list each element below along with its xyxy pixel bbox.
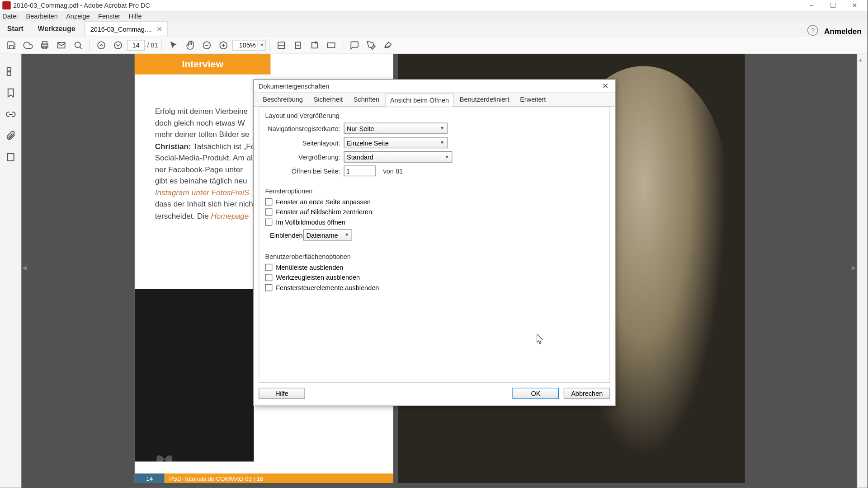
document-tab-close-icon[interactable]: ✕ (156, 25, 162, 33)
help-icon[interactable]: ? (807, 25, 818, 36)
page-up-icon[interactable] (94, 37, 109, 52)
svg-rect-17 (328, 42, 335, 47)
close-button[interactable]: ✕ (844, 0, 865, 11)
document-tab-label: 2016-03_Commag.... (90, 25, 152, 33)
magnification-combo[interactable]: Standard▼ (344, 151, 452, 163)
center-window-checkbox[interactable] (265, 208, 273, 216)
menu-fenster[interactable]: Fenster (98, 12, 120, 19)
page-number-input[interactable] (127, 40, 145, 51)
document-properties-dialog: Dokumenteigenschaften ✕ Beschreibung Sic… (253, 79, 615, 406)
hand-icon[interactable] (183, 37, 198, 52)
mail-icon[interactable] (54, 37, 69, 52)
tab-start[interactable]: Start (0, 21, 31, 36)
resize-window-checkbox[interactable] (265, 198, 273, 206)
print-icon[interactable] (37, 37, 52, 52)
zoom-out-icon[interactable] (199, 37, 215, 52)
open-to-page-input[interactable] (344, 165, 376, 176)
fullscreen-checkbox[interactable] (265, 219, 273, 226)
chevron-down-icon: ▼ (444, 154, 449, 160)
hide-window-controls-label: Fenstersteuerelemente ausblenden (276, 284, 379, 291)
menu-bearbeiten[interactable]: Bearbeiten (26, 12, 58, 19)
group-ui-label: Benutzeroberflächenoptionen (265, 253, 604, 260)
resize-window-label: Fenster an erste Seite anpassen (276, 198, 371, 206)
scrollbar[interactable]: ▲ (857, 54, 868, 488)
view-mode-icon[interactable] (324, 37, 339, 52)
tab-ansicht-beim-oeffnen[interactable]: Ansicht beim Öffnen (385, 94, 454, 107)
tab-benutzerdefiniert[interactable]: Benutzerdefiniert (454, 93, 514, 106)
bookmark-icon[interactable] (5, 88, 16, 99)
dialog-title: Dokumenteigenschaften (259, 83, 601, 90)
cloud-icon[interactable] (20, 37, 36, 52)
svg-rect-20 (7, 154, 14, 161)
zoom-in-icon[interactable] (216, 37, 231, 52)
document-tab[interactable]: 2016-03_Commag.... ✕ (85, 21, 168, 36)
tabbar: Start Werkzeuge 2016-03_Commag.... ✕ ? A… (0, 21, 868, 36)
hide-toolbars-checkbox[interactable] (265, 274, 273, 281)
center-window-label: Fenster auf Bildschirm zentrieren (276, 208, 372, 216)
comment-icon[interactable] (347, 37, 363, 52)
zoom-dropdown-icon[interactable]: ▼ (259, 40, 266, 51)
maximize-button[interactable]: ☐ (822, 0, 844, 11)
signin-link[interactable]: Anmelden (824, 27, 862, 36)
open-to-page-label: Öffnen bei Seite: (265, 167, 340, 174)
dialog-close-icon[interactable]: ✕ (601, 81, 610, 91)
group-layout-label: Layout und Vergrößerung (265, 112, 604, 119)
menu-anzeige[interactable]: Anzeige (66, 12, 90, 19)
titlebar-text: 2016-03_Commag.pdf - Adobe Acrobat Pro D… (13, 2, 150, 9)
open-to-page-of: von 81 (383, 167, 403, 174)
zoom-input[interactable] (232, 40, 257, 51)
search-icon[interactable] (71, 37, 86, 52)
tab-schriften[interactable]: Schriften (348, 93, 385, 106)
butterfly-icon (152, 447, 176, 465)
page-layout-label: Seitenlayout: (265, 139, 340, 146)
thumbnails-icon[interactable] (5, 66, 16, 77)
ok-button[interactable]: OK (512, 388, 559, 399)
rotate-icon[interactable] (307, 37, 322, 52)
page-footer-text: PSD-Tutorials.de COMMAG 03 | 16 (165, 474, 393, 483)
fit-page-icon[interactable] (290, 37, 306, 52)
scroll-up-icon[interactable]: ▲ (858, 56, 863, 62)
tab-sicherheit[interactable]: Sicherheit (308, 93, 348, 106)
link-icon[interactable] (5, 109, 16, 120)
fullscreen-label: Im Vollbildmodus öffnen (276, 219, 345, 226)
mouse-cursor-icon (537, 334, 544, 345)
fit-width-icon[interactable] (274, 37, 289, 52)
layers-icon[interactable] (5, 152, 16, 163)
page-layout-combo[interactable]: Einzelne Seite▼ (344, 137, 447, 148)
hide-menubar-label: Menüleiste ausblenden (276, 264, 343, 271)
chevron-down-icon: ▼ (440, 140, 444, 145)
svg-point-7 (114, 42, 122, 49)
menubar: Datei Bearbeiten Anzeige Fenster Hilfe (0, 11, 868, 21)
svg-rect-16 (312, 42, 317, 47)
cancel-button[interactable]: Abbrechen (564, 388, 610, 399)
hide-window-controls-checkbox[interactable] (265, 284, 273, 291)
minimize-button[interactable]: − (801, 0, 822, 11)
page-total-label: / 81 (147, 42, 158, 49)
tab-erweitert[interactable]: Erweitert (514, 93, 551, 106)
show-label: Einblenden: (270, 231, 303, 239)
page-down-icon[interactable] (110, 37, 126, 52)
sign-icon[interactable] (380, 37, 396, 52)
magnification-label: Vergrößerung: (265, 153, 340, 160)
hide-menubar-checkbox[interactable] (265, 264, 273, 271)
highlight-icon[interactable] (363, 37, 379, 52)
chevron-down-icon: ▼ (344, 232, 349, 238)
tab-beschreibung[interactable]: Beschreibung (257, 93, 308, 106)
show-combo[interactable]: Dateiname▼ (303, 229, 352, 240)
next-page-arrow-icon[interactable]: ► (851, 263, 857, 273)
save-icon[interactable] (4, 37, 19, 52)
tab-werkzeuge[interactable]: Werkzeuge (31, 21, 83, 36)
nav-tab-label: Navigationsregisterkarte: (265, 125, 340, 132)
pointer-icon[interactable] (166, 37, 181, 52)
menu-datei[interactable]: Datei (2, 12, 18, 19)
titlebar: 2016-03_Commag.pdf - Adobe Acrobat Pro D… (0, 0, 868, 11)
toolbar: / 81 ▼ (0, 36, 868, 54)
attachment-icon[interactable] (5, 131, 16, 141)
prev-page-arrow-icon[interactable]: ◄ (21, 263, 27, 273)
help-button[interactable]: Hilfe (259, 388, 305, 399)
dialog-tabs: Beschreibung Sicherheit Schriften Ansich… (254, 93, 615, 107)
hide-toolbars-label: Werkzeugleisten ausblenden (276, 274, 360, 281)
menu-hilfe[interactable]: Hilfe (129, 12, 142, 19)
nav-tab-combo[interactable]: Nur Seite▼ (344, 123, 447, 134)
svg-line-5 (80, 47, 81, 48)
